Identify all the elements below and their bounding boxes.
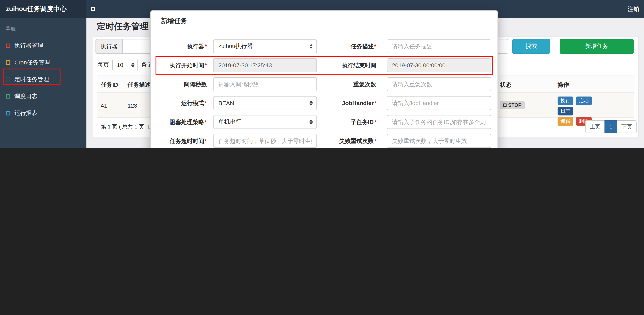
add-task-button[interactable]: 新增任务: [560, 39, 634, 54]
red-square-icon: [6, 44, 10, 48]
cell-task-id: 41: [101, 93, 107, 118]
sidebar-item-label: 运行报表: [14, 110, 37, 117]
pagination: 上页 1 下页: [585, 120, 637, 133]
start-time-input[interactable]: [213, 58, 317, 72]
job-desc-input[interactable]: [386, 40, 491, 53]
start-button[interactable]: 启动: [576, 97, 592, 105]
blue-square-icon: [6, 111, 10, 115]
nav-section-label: 导航: [0, 18, 86, 37]
current-page-button[interactable]: 1: [604, 120, 617, 133]
run-button[interactable]: 执行: [558, 97, 573, 105]
status-badge: STOP: [500, 101, 525, 109]
run-mode-select-value: BEAN: [218, 100, 234, 106]
timeout-input[interactable]: [213, 134, 317, 148]
next-page-button[interactable]: 下页: [617, 120, 637, 133]
block-strategy-label: 阻塞处理策略*: [157, 115, 213, 129]
col-task-id: 任务ID: [101, 76, 118, 93]
job-handler-label: JobHandler*: [317, 96, 386, 110]
cell-task-desc: 123: [128, 93, 137, 118]
search-button[interactable]: 搜索: [512, 39, 550, 54]
executor-filter-label: 执行器: [96, 39, 122, 54]
add-task-modal: 新增任务 执行器* zuihou执行器 任务描述* 执行开始时间* 执行结束时间…: [150, 10, 498, 148]
job-desc-label: 任务描述*: [317, 40, 386, 53]
select-arrows-icon: [131, 63, 134, 67]
sidebar-item-label: Cron任务管理: [14, 59, 50, 66]
square-toggle-icon: [91, 7, 95, 11]
sidebar-item-cron-mgmt[interactable]: Cron任务管理: [0, 54, 86, 71]
sidebar-toggle-button[interactable]: [91, 6, 98, 12]
repeat-input[interactable]: [386, 77, 491, 91]
run-mode-label: 运行模式*: [157, 96, 213, 110]
sidebar-item-dispatch-log[interactable]: 调度日志: [0, 88, 86, 105]
select-arrows-icon: [310, 120, 313, 124]
modal-header: 新增任务: [151, 11, 498, 31]
sidebar-item-timed-task-mgmt[interactable]: 定时任务管理: [0, 71, 86, 88]
child-job-input[interactable]: [386, 115, 491, 129]
interval-label: 间隔秒数: [157, 77, 213, 91]
log-button[interactable]: 日志: [558, 107, 573, 116]
block-strategy-select[interactable]: 单机串行: [213, 115, 317, 129]
logout-link[interactable]: 注销: [624, 0, 642, 18]
status-text: STOP: [508, 102, 522, 108]
retry-input[interactable]: [386, 134, 491, 148]
col-status: 状态: [500, 76, 512, 93]
per-page-select[interactable]: 10: [112, 59, 138, 71]
per-page-prefix: 每页: [98, 61, 109, 69]
stop-square-icon: [503, 104, 506, 107]
end-time-label: 执行结束时间: [317, 58, 386, 72]
dark-square-icon: [6, 77, 10, 82]
modal-title: 新增任务: [161, 17, 187, 24]
sidebar: 导航 执行器管理 Cron任务管理 定时任务管理 调度日志 运行报表: [0, 18, 86, 148]
interval-input[interactable]: [213, 77, 317, 91]
per-page-value: 10: [117, 62, 123, 68]
prev-page-button[interactable]: 上页: [585, 120, 605, 133]
sidebar-item-label: 调度日志: [14, 93, 37, 100]
sidebar-item-label: 定时任务管理: [14, 76, 49, 83]
block-strategy-select-value: 单机串行: [218, 118, 241, 126]
per-page-control: 每页 10 条记录: [98, 59, 158, 71]
app-root: zuihou任务调度中心 注销 导航 执行器管理 Cron任务管理 定时任务管理…: [0, 0, 644, 148]
green-square-icon: [6, 94, 10, 99]
start-time-label: 执行开始时间*: [157, 58, 213, 72]
pagination-info: 第 1 页 ( 总共 1 页, 1: [101, 123, 150, 131]
timeout-label: 任务超时时间*: [157, 134, 213, 148]
end-time-input[interactable]: [386, 58, 491, 72]
sidebar-item-label: 执行器管理: [14, 42, 43, 50]
select-arrows-icon: [310, 101, 313, 105]
child-job-label: 子任务ID*: [317, 115, 386, 129]
col-action: 操作: [558, 76, 569, 93]
orange-square-icon: [6, 60, 10, 65]
run-mode-select[interactable]: BEAN: [213, 96, 317, 110]
page-title: 定时任务管理: [97, 21, 148, 32]
repeat-label: 重复次数: [317, 77, 386, 91]
executor-select-value: zuihou执行器: [218, 43, 252, 50]
executor-select[interactable]: zuihou执行器: [213, 40, 317, 53]
col-task-desc: 任务描述: [128, 76, 151, 93]
job-handler-input[interactable]: [386, 96, 491, 110]
brand-title: zuihou任务调度中心: [0, 0, 86, 18]
select-arrows-icon: [310, 44, 313, 49]
retry-label: 失败重试次数*: [317, 134, 386, 148]
sidebar-item-executor-mgmt[interactable]: 执行器管理: [0, 37, 86, 54]
executor-label: 执行器*: [157, 40, 213, 53]
edit-button[interactable]: 编辑: [558, 117, 573, 126]
modal-body: 执行器* zuihou执行器 任务描述* 执行开始时间* 执行结束时间 间隔秒数…: [151, 31, 498, 148]
sidebar-item-run-report[interactable]: 运行报表: [0, 105, 86, 122]
